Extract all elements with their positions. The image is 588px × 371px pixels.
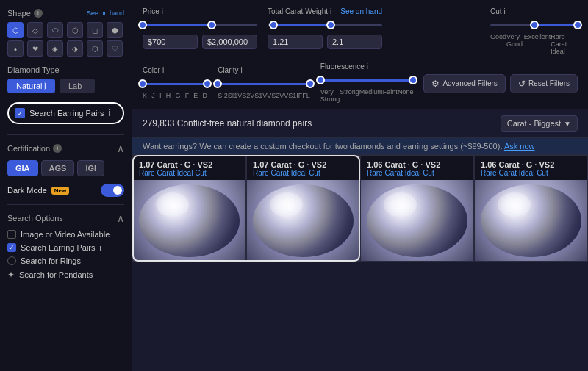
search-option-video[interactable]: Image or Video Available: [7, 230, 124, 239]
results-header: 279,833 Conflict-free natural diamond pa…: [132, 109, 588, 138]
color-info-icon[interactable]: i: [162, 66, 164, 74]
lab-button[interactable]: Lab i: [60, 79, 95, 93]
diamond-4-info: 1.06 Carat · G · VS2 Rare Carat Ideal Cu…: [475, 156, 587, 180]
diamond-card-3[interactable]: 1.06 Carat · G · VS2 Rare Carat Ideal Cu…: [360, 155, 474, 262]
shape-emerald[interactable]: ◻: [87, 22, 103, 38]
sort-chevron-icon: ▼: [564, 120, 571, 128]
diamonds-container: 1.07 Carat · G · VS2 Rare Carat Ideal Cu…: [132, 155, 588, 262]
video-checkbox[interactable]: [7, 230, 16, 239]
natural-button[interactable]: Natural i: [7, 79, 55, 93]
shape-radiant[interactable]: ⬢: [107, 22, 123, 38]
dark-mode-row: Dark Mode New: [7, 184, 124, 197]
shape-info-icon[interactable]: i: [34, 9, 43, 18]
certification-collapse-icon[interactable]: ∧: [117, 143, 124, 154]
dark-mode-toggle[interactable]: [101, 184, 124, 197]
earring-pairs-checkbox[interactable]: ✓: [15, 108, 25, 118]
diamond-type-section: Diamond Type Natural i Lab i: [7, 65, 124, 93]
carat-slider[interactable]: [268, 18, 382, 32]
cut-labels: GoodVery GoodExcellentRare Carat Ideal: [490, 33, 578, 55]
shape-round[interactable]: ⬡: [7, 22, 24, 38]
certification-label: Certification i: [7, 144, 62, 153]
diamond-card-1[interactable]: 1.07 Carat · G · VS2 Rare Carat Ideal Cu…: [132, 155, 246, 262]
clarity-info-icon[interactable]: i: [241, 66, 243, 74]
rings-radio[interactable]: [7, 256, 16, 265]
price-max-input[interactable]: [202, 35, 257, 49]
price-min-input[interactable]: [143, 35, 198, 49]
earring-search-box[interactable]: ✓ Search Earring Pairs i: [7, 102, 124, 124]
cut-filter: Cut i GoodVery GoodExcellentRare Carat: [490, 7, 578, 55]
color-labels: KJIHGFED: [143, 92, 207, 99]
shape-pear[interactable]: ⬧: [7, 40, 24, 57]
price-inputs: [143, 35, 257, 49]
earring-pairs-label: Search Earring Pairs: [29, 109, 104, 118]
shape-marquise[interactable]: ◈: [47, 40, 63, 57]
advanced-filters-button[interactable]: ⚙ Advanced Filters: [423, 74, 505, 93]
shape-oval[interactable]: ⬭: [47, 22, 63, 38]
diamond-4-carat: 1.06 Carat · G · VS2: [481, 160, 581, 169]
earring-pairs-info-icon[interactable]: i: [109, 108, 111, 118]
natural-info-icon[interactable]: i: [44, 82, 46, 90]
cut-slider[interactable]: [490, 18, 578, 32]
cert-gia[interactable]: GIA: [7, 160, 38, 176]
diamond-type-label: Diamond Type: [7, 65, 124, 74]
sort-dropdown[interactable]: Carat - Biggest ▼: [501, 115, 578, 132]
diamond-card-2[interactable]: 1.07 Carat · G · VS2 Rare Carat Ideal Cu…: [246, 155, 360, 262]
cert-ags[interactable]: AGS: [41, 160, 75, 176]
shape-see-on-hand[interactable]: See on hand: [87, 10, 124, 17]
certification-section-header: Certification i ∧: [7, 143, 124, 154]
diamond-1-image: [133, 180, 245, 261]
color-slider[interactable]: [143, 77, 207, 90]
shape-heart[interactable]: ❤: [27, 40, 43, 57]
diamond-2-carat: 1.07 Carat · G · VS2: [253, 160, 354, 169]
carat-min-input[interactable]: [268, 35, 323, 49]
clarity-slider[interactable]: [218, 77, 310, 90]
price-filter: Price i: [143, 7, 257, 55]
price-slider[interactable]: [143, 18, 257, 32]
cut-info-icon[interactable]: i: [504, 7, 506, 15]
cert-igi[interactable]: IGI: [77, 160, 104, 176]
diamond-1-info: 1.07 Carat · G · VS2 Rare Carat Ideal Cu…: [133, 156, 245, 180]
carat-max-input[interactable]: [327, 35, 382, 49]
shape-asscher[interactable]: ⬗: [67, 40, 83, 57]
ask-now-link[interactable]: Ask now: [504, 142, 535, 151]
sidebar: Shape i See on hand ⬡ ◇ ⬭ ⬡ ◻ ⬢ ⬧ ❤ ◈ ⬗ …: [0, 0, 132, 371]
search-options-section: Search Options ∧ Image or Video Availabl…: [7, 212, 124, 280]
carat-label: Total Carat Weight i See on hand: [268, 7, 382, 15]
search-options-collapse-icon[interactable]: ∧: [117, 212, 124, 224]
lab-info-icon[interactable]: i: [84, 82, 85, 90]
dark-mode-label: Dark Mode New: [7, 186, 69, 195]
cert-info-icon[interactable]: i: [53, 144, 62, 153]
main-content: Price i: [132, 0, 588, 371]
shape-princess[interactable]: ◇: [27, 22, 43, 38]
diamond-1-carat: 1.07 Carat · G · VS2: [139, 160, 240, 169]
clarity-labels: SI2SI1VS2VS1VVS2VVS1IFFL: [218, 92, 310, 99]
cut-label: Cut i: [490, 7, 578, 15]
clarity-filter: Clarity i SI2SI1VS2VS1VVS2VVS1IFFL: [218, 66, 310, 99]
diamond-1-cut: Rare Carat Ideal Cut: [139, 169, 240, 177]
fluorescence-filter: Fluorescence i Very StrongStrongMediumFa…: [320, 62, 414, 103]
price-info-icon[interactable]: i: [162, 7, 163, 15]
diamond-3-info: 1.06 Carat · G · VS2 Rare Carat Ideal Cu…: [361, 156, 473, 180]
pendant-icon: ✦: [7, 270, 15, 280]
earring-option-info-icon[interactable]: i: [100, 243, 101, 252]
reset-icon: ↺: [518, 79, 526, 89]
fluo-slider[interactable]: [320, 73, 414, 87]
diamond-card-4[interactable]: 1.06 Carat · G · VS2 Rare Carat Ideal Cu…: [474, 155, 588, 262]
earring-checkbox[interactable]: ✓: [7, 243, 16, 252]
carat-info-icon[interactable]: i: [330, 7, 331, 15]
diamond-4-image: [475, 180, 587, 261]
diamond-2-image: [247, 180, 359, 261]
shape-cushion[interactable]: ⬡: [67, 22, 83, 38]
fluo-label: Fluorescence i: [320, 62, 414, 71]
search-option-pendants[interactable]: ✦ Search for Pendants: [7, 270, 124, 280]
carat-see-on-hand[interactable]: See on hand: [340, 7, 382, 15]
search-option-earring[interactable]: ✓ Rare Carat Ideal Cut Search Earring Pa…: [7, 243, 124, 252]
search-options-label: Search Options: [7, 214, 63, 223]
shape-other2[interactable]: ♡: [107, 40, 123, 57]
fluo-info-icon[interactable]: i: [367, 62, 368, 71]
diamond-3-cut: Rare Carat Ideal Cut: [367, 169, 467, 177]
filters-top: Price i: [143, 7, 578, 55]
reset-filters-button[interactable]: ↺ Reset Filters: [510, 74, 578, 93]
shape-other1[interactable]: ⬡: [87, 40, 103, 57]
search-option-rings[interactable]: Search for Rings: [7, 256, 124, 265]
